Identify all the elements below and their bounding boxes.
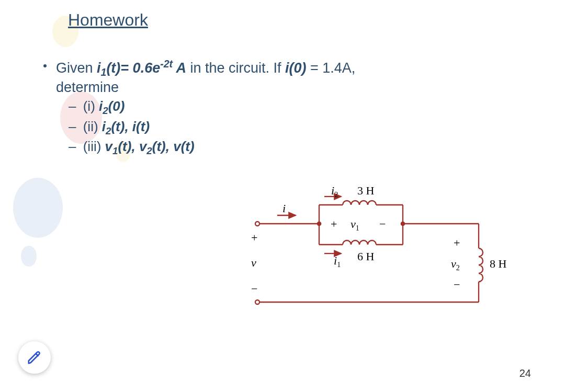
v2-var: v: [139, 139, 146, 154]
pen-icon: [27, 350, 42, 365]
item-ii: – (ii) i2(t), i(t): [69, 118, 355, 137]
label-v: v: [251, 256, 256, 270]
num-ii: (ii): [83, 119, 102, 134]
i0: i(0): [285, 60, 307, 76]
label-3H: 3 H: [357, 184, 374, 198]
content-body: Given i1(t)= 0.6e-2t A in the circuit. I…: [44, 57, 355, 158]
i1-unit: A: [173, 60, 186, 76]
bg-balloon-blue: [13, 178, 63, 238]
page-title: Homework: [68, 10, 148, 30]
dash-icon: –: [69, 119, 76, 134]
item-iii: – (iii) v1(t), v2(t), v(t): [69, 137, 355, 157]
v-var: v(t): [173, 139, 194, 154]
given-line: Given i1(t)= 0.6e-2t A in the circuit. I…: [56, 57, 355, 96]
ii-tail: (t), i(t): [111, 119, 150, 134]
label-v-minus: −: [251, 282, 257, 296]
ii-var: i: [102, 119, 106, 134]
page-number: 24: [519, 367, 531, 379]
num-iii: (iii): [83, 139, 105, 154]
label-i1: i1: [334, 254, 341, 269]
label-v-plus: +: [251, 231, 257, 245]
item-i: – (i) i2(0): [69, 97, 355, 117]
i1-sub: 1: [337, 261, 341, 269]
label-i: i: [282, 202, 286, 215]
label-6H: 6 H: [357, 250, 374, 263]
i2-sub: 2: [103, 106, 108, 117]
v1-sub: 1: [112, 146, 118, 157]
i1-exp: -2t: [160, 58, 173, 70]
eq-text: = 1.4A,: [307, 60, 356, 76]
text-given: Given: [56, 60, 97, 76]
mid-text: in the circuit. If: [186, 60, 285, 76]
svg-point-0: [255, 222, 259, 226]
v2-text: v: [451, 257, 456, 270]
label-v2: v2: [451, 257, 460, 272]
v1-sub: 1: [356, 224, 359, 232]
i1-arg: (t)= 0.6e: [106, 60, 160, 76]
label-v2-minus: −: [454, 278, 460, 292]
annotate-button[interactable]: [18, 341, 51, 374]
dash-icon: –: [69, 98, 76, 114]
label-8H: 8 H: [490, 257, 506, 271]
label-v1-plus: +: [331, 217, 337, 231]
i1-sub: 1: [101, 66, 107, 78]
label-v1-minus: −: [379, 217, 386, 231]
ii-sub: 2: [106, 125, 111, 136]
i2-sub: 2: [334, 191, 338, 199]
slide: Homework Given i1(t)= 0.6e-2t A in the c…: [0, 0, 565, 392]
label-i2: i2: [331, 184, 338, 199]
v1-text: v: [351, 217, 356, 230]
i-text: i: [282, 202, 286, 215]
sub-list: – (i) i2(0) – (ii) i2(t), i(t) – (iii) v…: [69, 97, 355, 157]
svg-point-1: [255, 300, 259, 304]
v2-sub: 2: [146, 146, 152, 157]
bg-balloon-blue-small: [21, 246, 37, 267]
label-v2-plus: +: [454, 236, 460, 250]
dash-icon: –: [69, 139, 76, 154]
num-i: (i): [83, 98, 99, 114]
i2-tail: (0): [108, 98, 125, 114]
circuit-diagram: i i2 3 H + v1 − i1 6 H + v − + v2 − 8 H: [241, 199, 534, 335]
v2-sub: 2: [456, 264, 460, 272]
v1-var: v: [105, 139, 112, 154]
determine-text: determine: [56, 79, 119, 95]
v2-tail: (t),: [152, 139, 173, 154]
v1-tail: (t),: [118, 139, 139, 154]
label-v1: v1: [351, 217, 359, 233]
i1-var: i: [97, 60, 101, 76]
bullet-icon: [43, 64, 47, 67]
